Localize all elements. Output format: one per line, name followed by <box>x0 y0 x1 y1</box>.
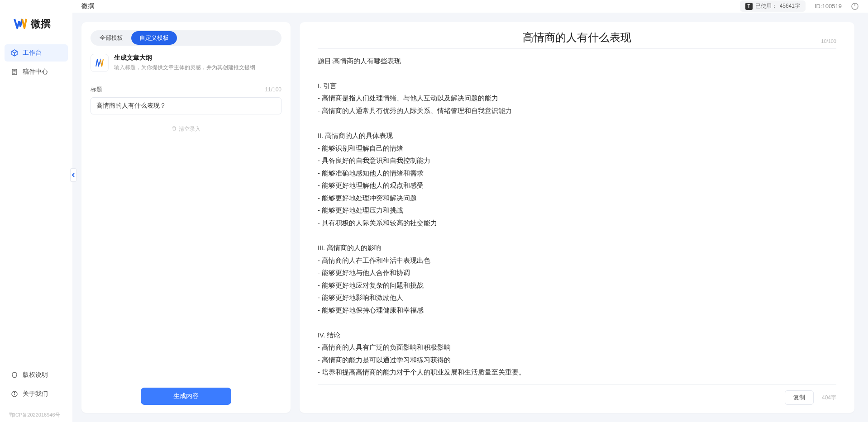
nav-drafts[interactable]: 稿件中心 <box>5 63 68 81</box>
shield-icon <box>11 371 18 379</box>
nav-copyright[interactable]: 版权说明 <box>5 366 68 384</box>
logo-icon <box>14 18 27 30</box>
output-title-counter: 10/100 <box>821 38 836 44</box>
clear-input-button[interactable]: 清空录入 <box>91 125 281 133</box>
nav-label: 关于我们 <box>23 390 48 398</box>
t-badge-icon: T <box>745 3 753 10</box>
title-field-label: 标题 <box>91 85 102 94</box>
tab-custom-templates[interactable]: 自定义模板 <box>131 31 177 45</box>
tool-desc: 输入标题，为你提供文章主体的灵感，并为其创建推文提纲 <box>114 64 255 71</box>
trash-icon <box>172 126 177 133</box>
logo-text: 微撰 <box>31 17 51 31</box>
user-id: ID:100519 <box>815 3 842 9</box>
nav-about[interactable]: 关于我们 <box>5 385 68 403</box>
clear-label: 清空录入 <box>179 125 200 133</box>
sidebar-collapse-handle[interactable] <box>70 168 76 182</box>
power-icon[interactable] <box>851 2 859 10</box>
nav-label: 工作台 <box>23 49 42 57</box>
tool-icon <box>91 54 109 72</box>
output-title: 高情商的人有什么表现 <box>523 30 631 45</box>
template-tabs: 全部模板 自定义模板 <box>91 30 281 46</box>
usage-badge[interactable]: T 已使用： 45641字 <box>740 0 806 12</box>
topbar: 微撰 T 已使用： 45641字 ID:100519 <box>72 0 868 13</box>
copy-button[interactable]: 复制 <box>785 390 814 405</box>
usage-value: 45641字 <box>780 2 800 10</box>
output-panel: 高情商的人有什么表现 10/100 题目:高情商的人有哪些表现 I. 引言 - … <box>300 22 854 413</box>
divider <box>318 48 836 49</box>
nav-label: 稿件中心 <box>23 68 48 76</box>
output-body: 题目:高情商的人有哪些表现 I. 引言 - 高情商是指人们处理情绪、与他人互动以… <box>318 55 836 379</box>
word-count: 404字 <box>822 394 836 402</box>
doc-icon <box>11 68 18 76</box>
svg-point-6 <box>14 393 15 393</box>
title-input[interactable] <box>91 97 281 114</box>
icp-text: 鄂ICP备2022016946号 <box>0 409 72 422</box>
info-icon <box>11 390 18 398</box>
usage-prefix: 已使用： <box>755 2 777 10</box>
logo: 微撰 <box>0 9 72 44</box>
cube-icon <box>11 49 18 57</box>
input-panel: 全部模板 自定义模板 生成文章大纲 输入标题，为你提供文章主体的灵感，并为其创建… <box>81 22 291 413</box>
tool-name: 生成文章大纲 <box>114 54 255 62</box>
tab-all-templates[interactable]: 全部模板 <box>91 31 131 45</box>
generate-button[interactable]: 生成内容 <box>141 388 231 405</box>
nav: 工作台 稿件中心 <box>0 44 72 362</box>
sidebar-bottom: 版权说明 关于我们 <box>0 362 72 409</box>
page-title: 微撰 <box>81 2 94 10</box>
sidebar: 微撰 工作台 稿件中心 版权说明 关于我们 鄂ICP备2022016946号 <box>0 0 72 422</box>
tool-card: 生成文章大纲 输入标题，为你提供文章主体的灵感，并为其创建推文提纲 <box>91 54 281 72</box>
nav-workbench[interactable]: 工作台 <box>5 44 68 62</box>
nav-label: 版权说明 <box>23 371 48 379</box>
title-field-counter: 11/100 <box>265 86 281 93</box>
